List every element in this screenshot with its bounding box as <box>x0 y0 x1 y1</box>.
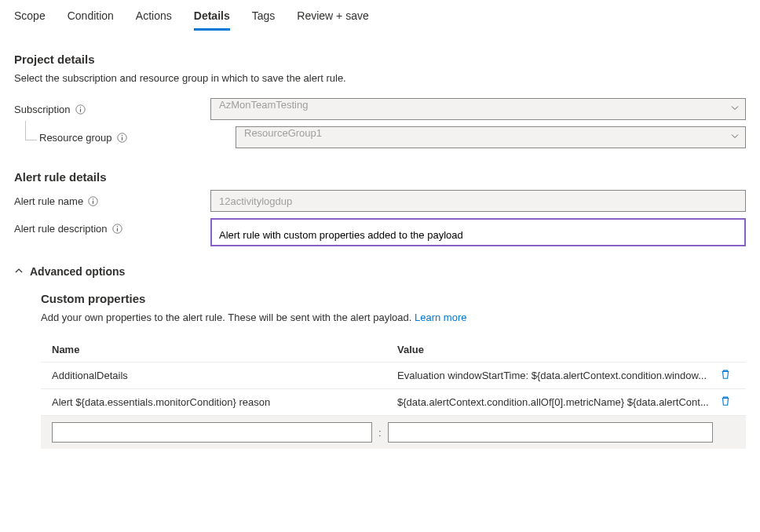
alert-rule-details-heading: Alert rule details <box>14 170 746 184</box>
resource-group-select[interactable]: ResourceGroup1 <box>236 126 746 148</box>
project-details-heading: Project details <box>14 53 746 66</box>
custom-properties-heading: Custom properties <box>41 292 746 305</box>
property-name: AdditionalDetails <box>52 370 397 381</box>
custom-properties-desc: Add your own properties to the alert rul… <box>41 312 746 323</box>
property-value: Evaluation windowStartTime: ${data.alert… <box>397 370 716 381</box>
new-property-value-input[interactable] <box>388 422 713 443</box>
column-header-name: Name <box>52 344 397 355</box>
learn-more-link[interactable]: Learn more <box>415 312 466 323</box>
chevron-up-icon <box>14 265 24 278</box>
table-row: AdditionalDetails Evaluation windowStart… <box>41 363 746 389</box>
tab-details[interactable]: Details <box>194 5 230 31</box>
column-header-value: Value <box>397 344 716 355</box>
alert-rule-name-label: Alert rule name <box>14 195 83 207</box>
tab-review-save[interactable]: Review + save <box>297 5 368 31</box>
svg-point-11 <box>116 226 117 227</box>
info-icon[interactable] <box>75 104 86 115</box>
info-icon[interactable] <box>88 196 98 206</box>
table-row: Alert ${data.essentials.monitorCondition… <box>41 389 746 416</box>
svg-point-5 <box>121 135 122 136</box>
tab-actions[interactable]: Actions <box>136 5 172 31</box>
advanced-options-toggle[interactable]: Advanced options <box>14 265 746 278</box>
project-details-desc: Select the subscription and resource gro… <box>14 72 746 84</box>
advanced-options-label: Advanced options <box>30 265 125 278</box>
resource-group-value: ResourceGroup1 <box>236 126 746 148</box>
delete-row-button[interactable] <box>716 395 735 409</box>
delete-row-button[interactable] <box>716 369 735 382</box>
svg-point-2 <box>79 107 80 107</box>
tab-tags[interactable]: Tags <box>252 5 276 31</box>
tab-scope[interactable]: Scope <box>14 5 46 31</box>
tab-bar: Scope Condition Actions Details Tags Rev… <box>14 0 746 31</box>
subscription-select[interactable]: AzMonTeamTesting <box>210 98 746 120</box>
tab-condition[interactable]: Condition <box>68 5 114 31</box>
alert-rule-desc-input[interactable] <box>210 218 746 246</box>
subscription-value: AzMonTeamTesting <box>210 98 746 120</box>
alert-rule-desc-label: Alert rule description <box>14 223 108 235</box>
svg-point-8 <box>93 199 93 199</box>
info-icon[interactable] <box>112 224 122 234</box>
trash-icon <box>720 395 731 406</box>
custom-properties-table: Name Value AdditionalDetails Evaluation … <box>41 337 746 449</box>
resource-group-label: Resource group <box>39 132 112 144</box>
property-value: ${data.alertContext.condition.allOf[0].m… <box>397 396 716 408</box>
alert-rule-name-input[interactable] <box>210 190 746 212</box>
new-property-name-input[interactable] <box>52 422 372 443</box>
info-icon[interactable] <box>117 133 127 143</box>
kv-separator: : <box>378 427 382 439</box>
trash-icon <box>720 369 731 380</box>
subscription-label: Subscription <box>14 104 71 115</box>
new-property-row: : <box>41 416 746 449</box>
property-name: Alert ${data.essentials.monitorCondition… <box>52 396 397 408</box>
